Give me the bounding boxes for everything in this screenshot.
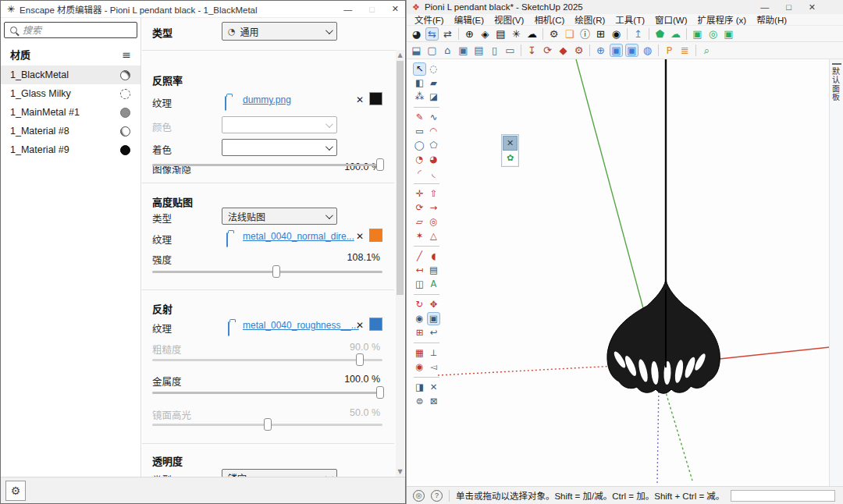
stamp-tool-icon[interactable]: ⁂ bbox=[413, 91, 426, 104]
lasso-tool-icon[interactable]: ◌ bbox=[427, 62, 440, 76]
dimension-tool-icon[interactable]: ↤ bbox=[413, 264, 426, 277]
slider-track[interactable] bbox=[152, 359, 382, 361]
visual-settings-icon[interactable]: ⚙ bbox=[547, 27, 560, 41]
push-pull-tool-icon[interactable]: ⇧ bbox=[427, 187, 440, 201]
menu-item[interactable]: 相机(C) bbox=[534, 13, 564, 26]
section-plane-icon[interactable]: ◫ bbox=[413, 278, 426, 291]
orbit-tool-icon[interactable]: ↻ bbox=[413, 298, 426, 311]
close-button[interactable]: ✕ bbox=[809, 2, 816, 12]
follow-me-tool-icon[interactable]: ⇝ bbox=[427, 201, 440, 215]
material-pick-icon[interactable]: ✿ bbox=[503, 151, 518, 165]
render-image-icon[interactable]: ▤ bbox=[494, 27, 507, 41]
three-point-arc-icon[interactable]: ◜ bbox=[413, 167, 426, 180]
geolocation-icon[interactable]: ◎ bbox=[413, 490, 425, 502]
two-point-arc-icon[interactable]: ◔ bbox=[413, 153, 426, 166]
section-outline-icon[interactable]: ⊠ bbox=[427, 395, 440, 408]
menu-item[interactable]: 绘图(R) bbox=[574, 13, 605, 26]
paint-tool-icon[interactable]: ◧ bbox=[413, 76, 426, 90]
clear-texture-icon[interactable]: ✕ bbox=[356, 231, 364, 242]
viewport[interactable]: ↖◌◧▰⁂◪✎∿▭◠◯⬠◔◕◜◟✛⇧⟳⇝▱◎✶△╱◖↤▤◫A↻✥◉▣⊞↩▦⟂◉◅… bbox=[407, 59, 843, 486]
scroll-up-icon[interactable]: ▲ bbox=[396, 51, 404, 59]
camera-sync-icon[interactable]: ⇄ bbox=[441, 27, 454, 41]
offset-tool-icon[interactable]: ◎ bbox=[427, 215, 440, 229]
hide-rest-icon[interactable]: ◅ bbox=[427, 360, 440, 374]
enscape-objects-icon[interactable]: ◕ bbox=[410, 27, 423, 41]
position-camera-icon[interactable]: ▦ bbox=[413, 346, 426, 360]
material-1-blackmetal[interactable]: 1_BlackMetal bbox=[1, 66, 140, 84]
pie-tool-icon[interactable]: ◕ bbox=[427, 153, 440, 166]
synchronize-icon[interactable]: ⇆ bbox=[425, 27, 439, 41]
material-1-mainmetal-1[interactable]: 1_MainMetal #1 bbox=[1, 103, 140, 122]
gears-icon[interactable]: ⚙ bbox=[572, 44, 585, 57]
round-corner-icon[interactable]: ⊕ bbox=[594, 44, 607, 57]
sandbox-tool-icon[interactable]: △ bbox=[427, 229, 440, 243]
scale-tool-icon[interactable]: ▱ bbox=[413, 215, 426, 229]
material-1-glass-milky[interactable]: 1_Glass Milky bbox=[1, 84, 140, 103]
menu-item[interactable]: 编辑(E) bbox=[454, 13, 484, 26]
section-cut-icon[interactable]: ✕ bbox=[427, 381, 440, 394]
albedo-tint-dropdown[interactable] bbox=[222, 139, 337, 156]
import-arrow-icon[interactable]: ↧ bbox=[525, 44, 539, 57]
menu-item[interactable]: 扩展程序 (x) bbox=[698, 13, 747, 26]
feedback-icon[interactable]: ❑ bbox=[563, 27, 576, 41]
file-box-icon[interactable]: ▤ bbox=[472, 44, 486, 57]
axes-tool-icon[interactable]: ✶ bbox=[413, 229, 426, 243]
cloud-upload-icon[interactable]: ☁ bbox=[525, 27, 539, 41]
asset-library-icon[interactable]: ⊞ bbox=[594, 27, 607, 41]
layers-list-icon[interactable]: ≣ bbox=[678, 44, 692, 57]
page-prev-icon[interactable]: ▣ bbox=[610, 44, 623, 57]
page-tool-icon[interactable]: ▯ bbox=[488, 44, 501, 57]
plugin-bird-icon[interactable]: ◆ bbox=[557, 44, 570, 57]
sector-arc-icon[interactable]: ◟ bbox=[427, 167, 440, 180]
page-globe-icon[interactable]: ◍ bbox=[641, 44, 654, 57]
component-box-icon[interactable]: ▣ bbox=[457, 44, 470, 57]
slider-handle[interactable] bbox=[272, 265, 280, 278]
properties-scrollbar[interactable]: ▲ ▼ bbox=[396, 50, 404, 477]
save-to-cloud-icon[interactable]: ▣ bbox=[691, 27, 704, 41]
shield-component-icon[interactable]: ⬓ bbox=[410, 44, 423, 57]
transparency-type-dropdown[interactable]: 镂空 bbox=[222, 469, 337, 477]
trimble-protect-icon[interactable]: ⬟ bbox=[653, 27, 667, 41]
height-texture-link[interactable]: metal_0040_normal_dire... bbox=[243, 231, 354, 242]
soften-tool-icon[interactable]: ◪ bbox=[427, 91, 440, 104]
scrollbar-thumb[interactable] bbox=[397, 61, 404, 295]
search-box[interactable] bbox=[4, 22, 137, 38]
scroll-down-icon[interactable]: ▼ bbox=[396, 468, 404, 475]
menu-item[interactable]: 文件(F) bbox=[414, 13, 444, 26]
slider-handle[interactable] bbox=[376, 386, 384, 399]
help-icon[interactable]: ? bbox=[431, 490, 443, 502]
select-tool-icon[interactable]: ↖ bbox=[413, 62, 426, 76]
eraser-tool-icon[interactable]: ▰ bbox=[427, 76, 440, 90]
pan-tool-icon[interactable]: ✥ bbox=[427, 298, 440, 311]
circle-tool-icon[interactable]: ◯ bbox=[413, 139, 426, 152]
default-tray-strip[interactable]: 默认面板 bbox=[829, 59, 843, 486]
about-icon[interactable]: ⓘ bbox=[578, 27, 592, 41]
clear-texture-icon[interactable]: ✕ bbox=[356, 94, 364, 105]
rotate-tool-icon[interactable]: ⟳ bbox=[413, 201, 426, 215]
albedo-color-dropdown[interactable] bbox=[222, 116, 337, 133]
house-tool-icon[interactable]: ⌂ bbox=[441, 44, 454, 57]
text-3d-icon[interactable]: A bbox=[427, 278, 440, 291]
reflection-texture-link[interactable]: metal_0040_roughness__... bbox=[243, 320, 359, 331]
section-fill-icon[interactable]: ⊜ bbox=[413, 395, 426, 408]
slider-track[interactable] bbox=[152, 271, 382, 273]
material-type-dropdown[interactable]: ◔ 通用 bbox=[222, 22, 337, 41]
slider-track[interactable] bbox=[152, 164, 382, 166]
account-icon[interactable]: ◉ bbox=[610, 27, 623, 41]
section-display-icon[interactable]: ◨ bbox=[413, 381, 426, 394]
geolocation-pin-icon[interactable]: ◎ bbox=[706, 27, 720, 41]
measurement-input[interactable] bbox=[731, 490, 835, 502]
deselect-icon[interactable]: ✕ bbox=[503, 136, 518, 151]
material-1-material-9[interactable]: 1_Material #9 bbox=[1, 140, 140, 159]
menu-item[interactable]: 工具(T) bbox=[615, 13, 645, 26]
line-tool-icon[interactable]: ✎ bbox=[413, 111, 426, 124]
zoom-extents-icon[interactable]: ⊞ bbox=[413, 326, 426, 339]
start-enscape-icon[interactable]: ⊕ bbox=[463, 27, 476, 41]
clear-texture-icon[interactable]: ✕ bbox=[356, 320, 364, 331]
refresh-icon[interactable]: ⟳ bbox=[541, 44, 554, 57]
maximize-button[interactable]: □ bbox=[786, 2, 791, 12]
search-input[interactable] bbox=[23, 25, 124, 36]
box-tool-icon[interactable]: ▢ bbox=[425, 44, 439, 57]
page-next-icon[interactable]: ▣ bbox=[625, 44, 638, 57]
menu-item[interactable]: 窗口(W) bbox=[655, 13, 688, 26]
